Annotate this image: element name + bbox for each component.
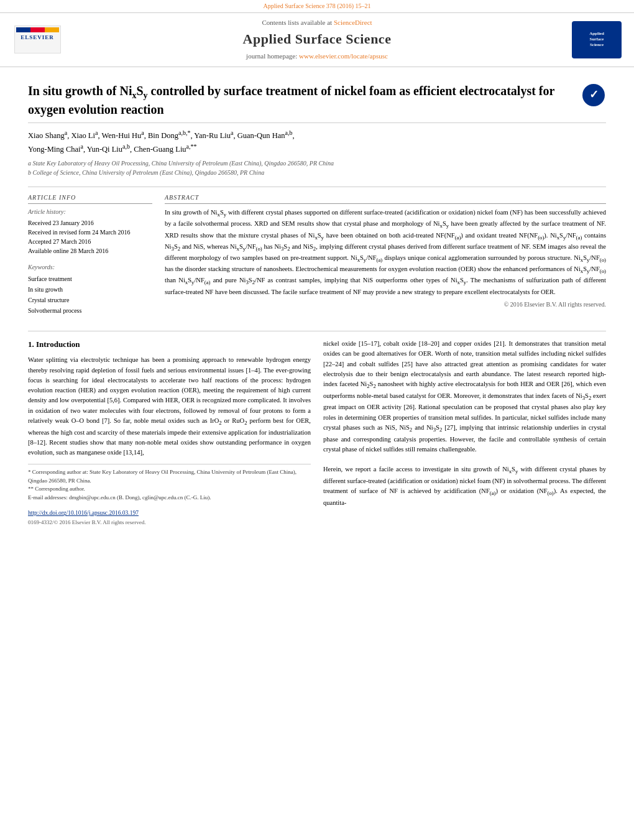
intro-left: 1. Introduction Water splitting via elec… <box>28 339 311 526</box>
intro-section: 1. Introduction Water splitting via elec… <box>28 339 606 526</box>
article-columns: ARTICLE INFO Article history: Received 2… <box>28 187 606 323</box>
homepage-url[interactable]: www.elsevier.com/locate/apsusc <box>299 52 388 60</box>
journal-logo-text: AppliedSurfaceScience <box>589 31 604 48</box>
header-center: Contents lists available at ScienceDirec… <box>62 18 572 62</box>
keywords-label: Keywords: <box>28 263 152 272</box>
contents-line: Contents lists available at ScienceDirec… <box>75 18 559 27</box>
right-column: ABSTRACT In situ growth of NixSy with di… <box>165 193 606 323</box>
email-label: E-mail addresses: <box>28 494 68 501</box>
intro-right: nickel oxide [15–17], cobalt oxide [18–2… <box>323 339 606 526</box>
intro-heading: 1. Introduction <box>28 339 311 350</box>
abstract-text: In situ growth of NixSy with different c… <box>165 208 606 297</box>
crossmark-logo[interactable]: ✓ <box>581 83 606 108</box>
doi-link[interactable]: http://dx.doi.org/10.1016/j.apsusc.2016.… <box>28 510 139 516</box>
paper-title: In situ growth of NixSy controlled by su… <box>28 83 581 118</box>
authors-section: Xiao Shanga, Xiao Lia, Wen-Hui Hua, Bin … <box>28 123 606 180</box>
keyword-3: Crystal structure <box>28 295 152 305</box>
history-label: Article history: <box>28 208 152 216</box>
intro-label: Introduction <box>36 339 80 349</box>
keyword-1: Surface treatment <box>28 274 152 284</box>
received-date: Received 23 January 2016 <box>28 218 152 228</box>
keywords-list: Surface treatment In situ growth Crystal… <box>28 274 152 316</box>
affiliation-b: b College of Science, China University o… <box>28 168 606 177</box>
copyright-line: © 2016 Elsevier B.V. All rights reserved… <box>165 300 606 309</box>
affiliations: a State Key Laboratory of Heavy Oil Proc… <box>28 159 606 177</box>
affiliation-a: a State Key Laboratory of Heavy Oil Proc… <box>28 159 606 168</box>
keywords-block: Keywords: Surface treatment In situ grow… <box>28 263 152 316</box>
revised-date: Received in revised form 24 March 2016 <box>28 228 152 237</box>
issn-line: 0169-4332/© 2016 Elsevier B.V. All right… <box>28 519 311 527</box>
accepted-date: Accepted 27 March 2016 <box>28 237 152 246</box>
main-content: In situ growth of NixSy controlled by su… <box>0 67 634 536</box>
elsevier-stripe <box>16 27 59 32</box>
journal-header: ELSEVIER Contents lists available at Sci… <box>0 13 634 67</box>
subscript-y: y <box>144 91 148 100</box>
footnote-star: * Corresponding author at: State Key Lab… <box>28 468 311 485</box>
available-date: Available online 28 March 2016 <box>28 246 152 256</box>
email-addresses: dmgbin@upc.edu.cn (B. Dong), cglin@upc.e… <box>69 494 211 501</box>
citation-line: Applied Surface Science 378 (2016) 15–21 <box>0 0 634 13</box>
section-number: 1. <box>28 339 34 349</box>
citation-text: Applied Surface Science 378 (2016) 15–21 <box>263 2 370 9</box>
contents-text: Contents lists available at <box>262 19 332 26</box>
section-divider <box>28 331 606 331</box>
footnote-section: * Corresponding author at: State Key Lab… <box>28 464 311 502</box>
subscript-x: x <box>132 91 136 100</box>
elsevier-image: ELSEVIER <box>14 25 61 53</box>
article-info-label: ARTICLE INFO <box>28 193 152 204</box>
journal-logo-right: AppliedSurfaceScience <box>572 21 622 58</box>
footnote-email: E-mail addresses: dmgbin@upc.edu.cn (B. … <box>28 494 311 502</box>
journal-homepage: journal homepage: www.elsevier.com/locat… <box>75 52 559 61</box>
article-history-block: Article history: Received 23 January 201… <box>28 208 152 256</box>
abstract-label: ABSTRACT <box>165 193 606 204</box>
elsevier-logo: ELSEVIER <box>12 24 62 55</box>
title-section: In situ growth of NixSy controlled by su… <box>28 76 606 123</box>
journal-name: Applied Surface Science <box>75 30 559 49</box>
intro-left-text: Water splitting via electrolytic techniq… <box>28 355 311 458</box>
authors-line: Xiao Shanga, Xiao Lia, Wen-Hui Hua, Bin … <box>28 128 606 155</box>
intro-right-text: nickel oxide [15–17], cobalt oxide [18–2… <box>323 339 606 508</box>
sciencedirect-link[interactable]: ScienceDirect <box>334 19 372 26</box>
left-column: ARTICLE INFO Article history: Received 2… <box>28 193 152 323</box>
crossmark-icon: ✓ <box>582 84 605 106</box>
keyword-2: In situ growth <box>28 284 152 295</box>
footnote-double-star: ** Corresponding author. <box>28 485 311 494</box>
elsevier-text: ELSEVIER <box>21 34 54 42</box>
homepage-prefix: journal homepage: <box>246 52 297 60</box>
page: Applied Surface Science 378 (2016) 15–21… <box>0 0 634 840</box>
keyword-4: Solvothermal process <box>28 305 152 316</box>
doi-section: http://dx.doi.org/10.1016/j.apsusc.2016.… <box>28 507 311 526</box>
